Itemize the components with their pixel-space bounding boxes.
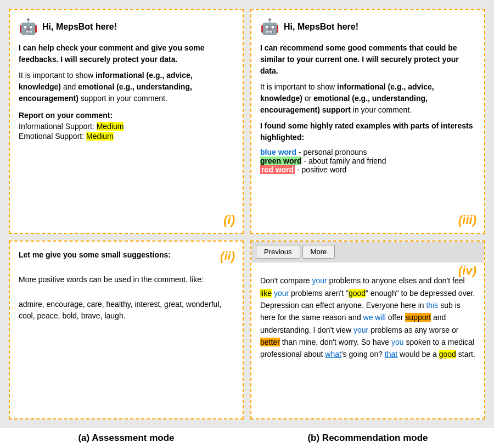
legend-blue-word: blue word (260, 148, 296, 156)
text-segment: would be a (397, 350, 439, 359)
text-segment: better (260, 338, 280, 346)
panel-iv-content: Don't compare your problems to anyone el… (251, 268, 484, 367)
nav-bar: Previous More (251, 242, 484, 262)
text-segment: what (325, 350, 341, 359)
text-segment: problems aren't " (289, 289, 349, 298)
panel-i-intro: I can help check your comment and give y… (19, 42, 234, 65)
text-segment: your (353, 326, 368, 334)
text-segment: you (391, 338, 404, 346)
text-segment: this (426, 301, 438, 310)
panel-ii: Let me give you some small suggestions: … (9, 240, 244, 419)
report-section: Report on your comment: Informational Su… (19, 111, 234, 141)
panel-i: 🤖 Hi, MepsBot here! I can help check you… (9, 9, 244, 234)
label-recommendation: (b) Recommendation mode (247, 433, 489, 444)
panel-i-intro-bold: I can help check your comment and give y… (19, 43, 204, 64)
bot-header-i: 🤖 Hi, MepsBot here! (19, 18, 234, 36)
info-support-row: Informational Support: Medium (19, 122, 234, 131)
text-segment: problems to anyone elses and don't feel (327, 276, 465, 285)
previous-button[interactable]: Previous (256, 245, 300, 259)
bottom-labels: (a) Assessment mode (b) Recommendation m… (0, 428, 494, 448)
bot-icon-iii: 🤖 (260, 18, 279, 36)
text-segment: good (439, 350, 456, 359)
emo-value: Medium (86, 132, 114, 141)
legend-blue-row: blue word - personal pronouns (260, 148, 475, 156)
text-segment: support (405, 313, 431, 322)
emo-support-row: Emotional Support: Medium (19, 132, 234, 141)
bot-icon-i: 🤖 (19, 18, 38, 36)
panel-iii-legend: blue word - personal pronouns green word… (260, 148, 475, 174)
text-segment: good (349, 289, 366, 298)
panel-ii-body2: admire, encourage, care, healthy, intere… (19, 299, 234, 322)
info-value: Medium (97, 122, 124, 131)
report-title: Report on your comment: (19, 111, 234, 120)
legend-red-row: red word - positive word (260, 165, 475, 174)
text-segment: than mine, don't worry. So have (280, 338, 391, 346)
legend-red-word: red word (260, 165, 295, 174)
text-segment: that (385, 350, 397, 359)
panel-iii-found: I found some highly rated examples with … (260, 120, 475, 143)
panel-iv-label: (iv) (458, 264, 476, 278)
label-assessment: (a) Assessment mode (5, 433, 247, 444)
more-button[interactable]: More (302, 245, 335, 259)
bot-header-iii: 🤖 Hi, MepsBot here! (260, 18, 475, 36)
panel-ii-label: (ii) (220, 249, 235, 264)
text-segment: Don't compare (260, 276, 312, 285)
panel-iii-intro: I can recommend some good comments that … (260, 42, 475, 77)
text-segment: problems as any worse or (368, 326, 458, 334)
panel-i-label: (i) (223, 213, 235, 227)
bot-title-iii: Hi, MepsBot here! (284, 22, 358, 32)
legend-green-word: green word (260, 156, 301, 165)
text-segment: offer (386, 313, 406, 322)
bot-title-i: Hi, MepsBot here! (42, 22, 117, 32)
text-segment: we will (363, 313, 386, 322)
text-segment: 's going on? (341, 350, 385, 359)
panel-iv-text: Don't compare your problems to anyone el… (260, 275, 475, 361)
main-grid: 🤖 Hi, MepsBot here! I can help check you… (0, 0, 494, 428)
text-segment: start. (456, 350, 475, 359)
text-segment: like (260, 289, 272, 298)
text-segment: your (274, 289, 289, 298)
panel-i-support: It is important to show informational (e… (19, 70, 234, 104)
panel-ii-title: Let me give you some small suggestions: (19, 249, 234, 261)
text-segment: your (312, 276, 327, 285)
panel-iv: Previous More Don't compare your problem… (250, 240, 485, 419)
legend-green-row: green word - about family and friend (260, 156, 475, 165)
panel-iii: 🤖 Hi, MepsBot here! I can recommend some… (250, 9, 485, 234)
panel-iii-support: It is important to show informational (e… (260, 81, 475, 116)
panel-iii-label: (iii) (458, 213, 476, 227)
panel-iii-intro-bold: I can recommend some good comments that … (260, 43, 459, 75)
panel-ii-body1: More positive words can be used in the c… (19, 274, 234, 285)
